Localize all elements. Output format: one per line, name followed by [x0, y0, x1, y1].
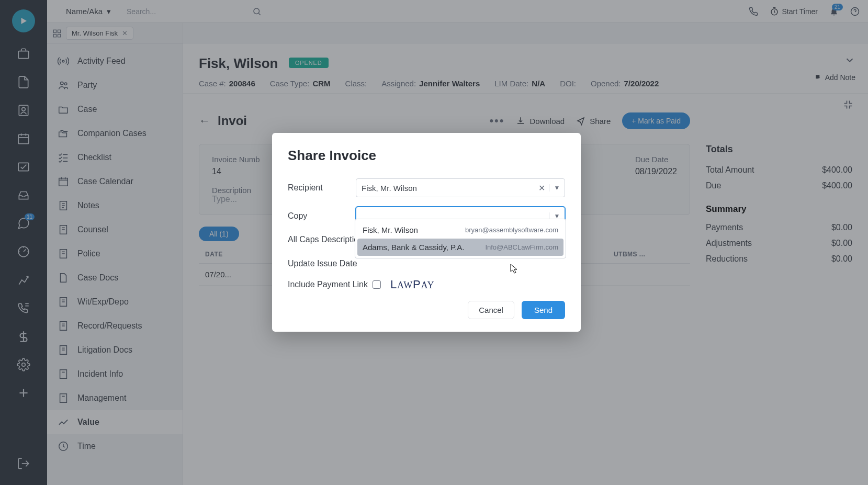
- all-caps-desc-label: All Caps Descriptio: [288, 235, 358, 244]
- include-payment-checkbox[interactable]: [373, 280, 381, 289]
- recipient-label: Recipient: [288, 183, 356, 193]
- caret-down-icon[interactable]: ▼: [549, 184, 565, 191]
- update-issue-date-label: Update Issue Date: [288, 259, 357, 268]
- option-name: Fisk, Mr. Wilson: [363, 225, 418, 234]
- include-payment-link-label: Include Payment Link: [288, 280, 371, 289]
- clear-icon[interactable]: ✕: [534, 183, 549, 193]
- recipient-value: Fisk, Mr. Wilson: [356, 184, 534, 193]
- modal-title: Share Invoice: [288, 148, 565, 164]
- lawpay-logo: LAWPAY: [390, 278, 434, 291]
- send-button[interactable]: Send: [522, 301, 565, 319]
- dropdown-option[interactable]: Adams, Bank & Cassidy, P.A. Info@ABCLawF…: [357, 239, 563, 256]
- mouse-cursor-icon: [510, 264, 518, 274]
- copy-label: Copy: [288, 211, 356, 221]
- recipient-combo[interactable]: Fisk, Mr. Wilson ✕ ▼: [356, 178, 565, 197]
- cancel-button[interactable]: Cancel: [468, 301, 514, 319]
- option-email: Info@ABCLawFirm.com: [485, 243, 558, 251]
- copy-dropdown: Fisk, Mr. Wilson bryan@assemblysoftware.…: [355, 219, 566, 258]
- dropdown-option[interactable]: Fisk, Mr. Wilson bryan@assemblysoftware.…: [357, 221, 563, 239]
- option-name: Adams, Bank & Cassidy, P.A.: [363, 243, 465, 252]
- share-invoice-modal: Share Invoice Recipient Fisk, Mr. Wilson…: [272, 133, 581, 332]
- option-email: bryan@assemblysoftware.com: [465, 226, 558, 234]
